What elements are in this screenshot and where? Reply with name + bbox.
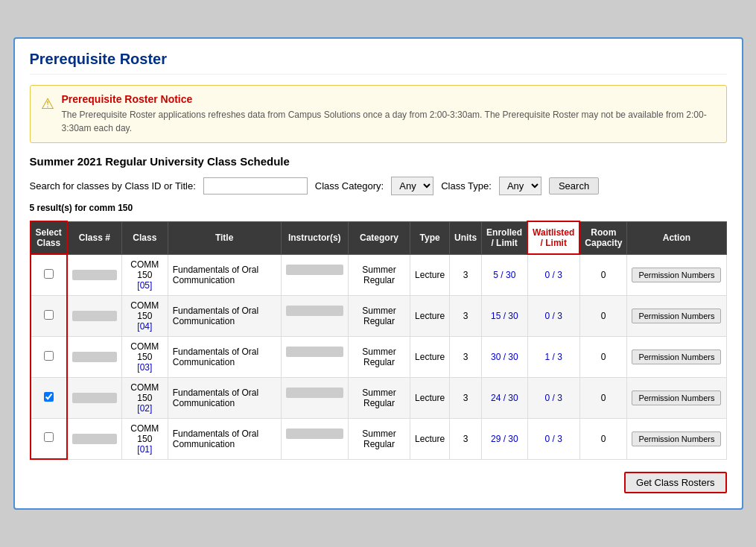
action-cell: Permission Numbers — [627, 295, 726, 336]
type-cell: Lecture — [410, 254, 450, 295]
room-capacity-cell: 0 — [579, 295, 627, 336]
table-row: 00000COMM 150[02]Fundamentals of Oral Co… — [31, 377, 727, 418]
col-room-capacity: RoomCapacity — [579, 221, 627, 254]
class-num-blurred: 00000 — [72, 270, 117, 280]
type-cell: Lecture — [410, 418, 450, 459]
room-capacity-cell: 0 — [579, 418, 627, 459]
category-cell: Summer Regular — [349, 295, 410, 336]
enrolled-link[interactable]: 29 / 30 — [491, 434, 518, 444]
get-class-rosters-button[interactable]: Get Class Rosters — [624, 472, 726, 493]
class-cell: COMM 150[05] — [121, 254, 168, 295]
units-cell: 3 — [450, 418, 482, 459]
enrolled-cell: 30 / 30 — [482, 336, 528, 377]
waitlisted-link[interactable]: 0 / 3 — [545, 434, 562, 444]
title-cell: Fundamentals of Oral Communication — [168, 418, 281, 459]
class-cell: COMM 150[04] — [121, 295, 168, 336]
select-cell — [31, 295, 67, 336]
search-label: Search for classes by Class ID or Title: — [30, 180, 196, 192]
select-checkbox[interactable] — [44, 432, 54, 442]
col-class-num: Class # — [67, 221, 122, 254]
class-link[interactable]: [05] — [137, 280, 152, 291]
select-cell — [31, 377, 67, 418]
select-cell — [31, 254, 67, 295]
room-capacity-cell: 0 — [579, 336, 627, 377]
col-type: Type — [410, 221, 450, 254]
type-select[interactable]: Any — [499, 177, 541, 195]
col-waitlisted: Waitlisted/ Limit — [527, 221, 579, 254]
warning-icon: ⚠ — [41, 95, 54, 113]
instructor-cell: Instructor Name — [281, 418, 349, 459]
instructor-cell: Instructor Name — [281, 254, 349, 295]
type-cell: Lecture — [410, 295, 450, 336]
permission-numbers-button[interactable]: Permission Numbers — [632, 309, 721, 323]
category-label: Class Category: — [315, 180, 384, 192]
class-num-blurred: 00000 — [72, 393, 117, 403]
waitlisted-cell: 0 / 3 — [527, 377, 579, 418]
enrolled-cell: 15 / 30 — [482, 295, 528, 336]
action-cell: Permission Numbers — [627, 418, 726, 459]
col-select-class: SelectClass — [31, 221, 67, 254]
class-cell: COMM 150[01] — [121, 418, 168, 459]
notice-content: Prerequisite Roster Notice The Prerequis… — [62, 93, 716, 135]
enrolled-cell: 29 / 30 — [482, 418, 528, 459]
select-checkbox[interactable] — [44, 269, 54, 279]
enrolled-link[interactable]: 24 / 30 — [491, 393, 518, 403]
action-cell: Permission Numbers — [627, 336, 726, 377]
instructor-blurred: Instructor Name — [286, 429, 344, 439]
class-cell: COMM 150[02] — [121, 377, 168, 418]
permission-numbers-button[interactable]: Permission Numbers — [632, 391, 721, 405]
category-cell: Summer Regular — [349, 377, 410, 418]
waitlisted-cell: 0 / 3 — [527, 418, 579, 459]
permission-numbers-button[interactable]: Permission Numbers — [632, 268, 721, 282]
select-checkbox[interactable] — [44, 351, 54, 361]
waitlisted-link[interactable]: 0 / 3 — [545, 311, 562, 321]
search-button[interactable]: Search — [549, 177, 599, 195]
action-cell: Permission Numbers — [627, 377, 726, 418]
select-checkbox[interactable] — [44, 310, 54, 320]
type-cell: Lecture — [410, 377, 450, 418]
class-link[interactable]: [03] — [137, 362, 152, 373]
waitlisted-cell: 1 / 3 — [527, 336, 579, 377]
room-capacity-cell: 0 — [579, 254, 627, 295]
instructor-cell: Instructor Name — [281, 377, 349, 418]
units-cell: 3 — [450, 336, 482, 377]
schedule-title: Summer 2021 Regular University Class Sch… — [30, 155, 727, 168]
category-select[interactable]: Any — [391, 177, 433, 195]
instructor-blurred: Instructor Name — [286, 265, 344, 275]
results-count: 5 result(s) for comm 150 — [30, 203, 727, 213]
class-link[interactable]: [01] — [137, 444, 152, 455]
col-units: Units — [450, 221, 482, 254]
table-row: 00000COMM 150[01]Fundamentals of Oral Co… — [31, 418, 727, 459]
class-num-blurred: 00000 — [72, 352, 117, 362]
enrolled-link[interactable]: 5 / 30 — [493, 270, 515, 280]
class-link[interactable]: [04] — [137, 321, 152, 332]
class-num-cell: 00000 — [67, 377, 122, 418]
instructor-blurred: Instructor Name — [286, 347, 344, 357]
class-num-cell: 00000 — [67, 336, 122, 377]
title-cell: Fundamentals of Oral Communication — [168, 377, 281, 418]
waitlisted-cell: 0 / 3 — [527, 254, 579, 295]
select-checkbox[interactable] — [44, 392, 54, 402]
class-num-cell: 00000 — [67, 254, 122, 295]
category-cell: Summer Regular — [349, 336, 410, 377]
permission-numbers-button[interactable]: Permission Numbers — [632, 431, 721, 446]
notice-box: ⚠ Prerequisite Roster Notice The Prerequ… — [30, 85, 727, 143]
units-cell: 3 — [450, 295, 482, 336]
waitlisted-link[interactable]: 0 / 3 — [545, 393, 562, 403]
page-container: Prerequisite Roster ⚠ Prerequisite Roste… — [13, 37, 743, 510]
class-num-cell: 00000 — [67, 295, 122, 336]
results-table: SelectClass Class # Class Title Instruct… — [30, 221, 727, 460]
title-cell: Fundamentals of Oral Communication — [168, 254, 281, 295]
category-cell: Summer Regular — [349, 418, 410, 459]
table-row: 00000COMM 150[05]Fundamentals of Oral Co… — [31, 254, 727, 295]
enrolled-link[interactable]: 30 / 30 — [491, 352, 518, 362]
waitlisted-link[interactable]: 1 / 3 — [545, 352, 562, 362]
class-link[interactable]: [02] — [137, 403, 152, 414]
page-title: Prerequisite Roster — [30, 51, 727, 75]
waitlisted-link[interactable]: 0 / 3 — [545, 270, 562, 280]
search-input[interactable] — [203, 177, 308, 195]
instructor-blurred: Instructor Name — [286, 388, 344, 398]
permission-numbers-button[interactable]: Permission Numbers — [632, 350, 721, 364]
type-label: Class Type: — [441, 180, 492, 192]
enrolled-link[interactable]: 15 / 30 — [491, 311, 518, 321]
